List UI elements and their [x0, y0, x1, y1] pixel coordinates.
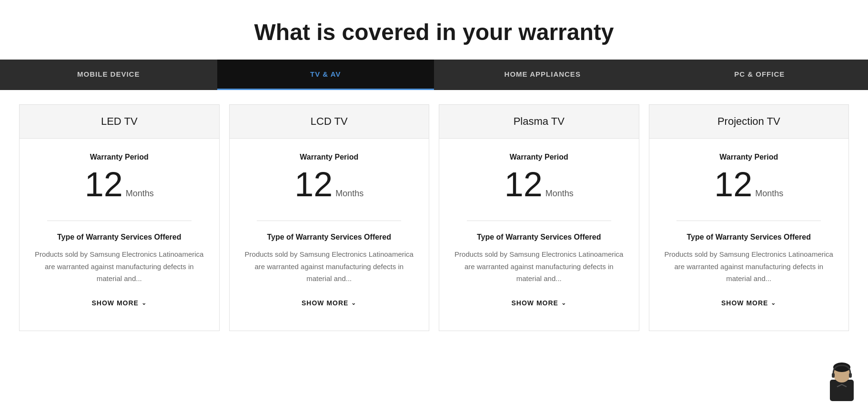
services-title-plasma-tv: Type of Warranty Services Offered [454, 233, 625, 242]
tabs-navigation: MOBILE DEVICE TV & AV HOME APPLIANCES PC… [0, 60, 868, 90]
warranty-period-value-plasma-tv: 12 Months [505, 167, 574, 201]
divider-led-tv [47, 221, 192, 221]
services-section-lcd-tv: Type of Warranty Services Offered Produc… [239, 233, 420, 294]
tab-pc-office[interactable]: PC & OFFICE [651, 60, 868, 90]
chevron-down-icon: ⌄ [141, 300, 147, 306]
card-title-projection-tv: Projection TV [659, 115, 839, 128]
warranty-number-plasma-tv: 12 [505, 167, 543, 201]
warranty-period-value-lcd-tv: 12 Months [294, 167, 363, 201]
warranty-unit-projection-tv: Months [755, 189, 783, 199]
svg-rect-0 [830, 380, 854, 401]
chevron-down-icon: ⌄ [561, 300, 566, 306]
services-title-projection-tv: Type of Warranty Services Offered [664, 233, 835, 242]
warranty-unit-lcd-tv: Months [335, 189, 363, 199]
warranty-period-value-projection-tv: 12 Months [714, 167, 783, 201]
card-plasma-tv: Plasma TV Warranty Period 12 Months Type… [439, 104, 639, 331]
warranty-unit-led-tv: Months [126, 189, 154, 199]
card-lcd-tv: LCD TV Warranty Period 12 Months Type of… [229, 104, 430, 331]
show-more-button-plasma-tv[interactable]: SHOW MORE ⌄ [449, 294, 629, 316]
services-text-led-tv: Products sold by Samsung Electronics Lat… [34, 248, 205, 285]
card-body-projection-tv: Warranty Period 12 Months Type of Warran… [649, 139, 849, 331]
services-title-lcd-tv: Type of Warranty Services Offered [244, 233, 415, 242]
chat-avatar[interactable] [825, 361, 858, 403]
divider-projection-tv [676, 221, 821, 221]
show-more-button-projection-tv[interactable]: SHOW MORE ⌄ [659, 294, 839, 316]
show-more-label-projection-tv: SHOW MORE [721, 299, 768, 307]
card-header-plasma-tv: Plasma TV [439, 105, 639, 139]
card-led-tv: LED TV Warranty Period 12 Months Type of… [19, 104, 220, 331]
card-header-lcd-tv: LCD TV [230, 105, 429, 139]
card-header-projection-tv: Projection TV [649, 105, 849, 139]
show-more-label-led-tv: SHOW MORE [92, 299, 139, 307]
card-title-lcd-tv: LCD TV [239, 115, 420, 128]
warranty-number-led-tv: 12 [85, 167, 123, 201]
show-more-label-plasma-tv: SHOW MORE [512, 299, 558, 307]
warranty-period-value-led-tv: 12 Months [85, 167, 154, 201]
tab-tv-av[interactable]: TV & AV [217, 60, 434, 90]
divider-lcd-tv [257, 221, 401, 221]
svg-rect-4 [849, 373, 852, 378]
card-header-led-tv: LED TV [20, 105, 219, 139]
warranty-period-label-lcd-tv: Warranty Period [300, 153, 358, 161]
warranty-cards-container: LED TV Warranty Period 12 Months Type of… [0, 90, 868, 345]
warranty-period-label-plasma-tv: Warranty Period [510, 153, 568, 161]
svg-rect-3 [832, 373, 835, 378]
warranty-period-label-projection-tv: Warranty Period [719, 153, 778, 161]
show-more-label-lcd-tv: SHOW MORE [302, 299, 348, 307]
services-section-led-tv: Type of Warranty Services Offered Produc… [29, 233, 210, 294]
chevron-down-icon: ⌄ [771, 300, 776, 306]
card-body-lcd-tv: Warranty Period 12 Months Type of Warran… [230, 139, 429, 331]
services-text-plasma-tv: Products sold by Samsung Electronics Lat… [454, 248, 625, 285]
services-section-projection-tv: Type of Warranty Services Offered Produc… [659, 233, 839, 294]
warranty-period-label-led-tv: Warranty Period [90, 153, 149, 161]
services-section-plasma-tv: Type of Warranty Services Offered Produc… [449, 233, 629, 294]
show-more-button-lcd-tv[interactable]: SHOW MORE ⌄ [239, 294, 420, 316]
card-body-plasma-tv: Warranty Period 12 Months Type of Warran… [439, 139, 639, 331]
card-projection-tv: Projection TV Warranty Period 12 Months … [649, 104, 849, 331]
warranty-number-projection-tv: 12 [714, 167, 752, 201]
tab-mobile-device[interactable]: MOBILE DEVICE [0, 60, 217, 90]
warranty-unit-plasma-tv: Months [545, 189, 574, 199]
services-text-lcd-tv: Products sold by Samsung Electronics Lat… [244, 248, 415, 285]
warranty-number-lcd-tv: 12 [294, 167, 333, 201]
services-title-led-tv: Type of Warranty Services Offered [34, 233, 205, 242]
card-body-led-tv: Warranty Period 12 Months Type of Warran… [20, 139, 219, 331]
show-more-button-led-tv[interactable]: SHOW MORE ⌄ [29, 294, 210, 316]
services-text-projection-tv: Products sold by Samsung Electronics Lat… [664, 248, 835, 285]
divider-plasma-tv [467, 221, 611, 221]
chevron-down-icon: ⌄ [351, 300, 356, 306]
page-title: What is covered in your warranty [0, 0, 868, 60]
card-title-led-tv: LED TV [29, 115, 210, 128]
card-title-plasma-tv: Plasma TV [449, 115, 629, 128]
tab-home-appliances[interactable]: HOME APPLIANCES [434, 60, 651, 90]
